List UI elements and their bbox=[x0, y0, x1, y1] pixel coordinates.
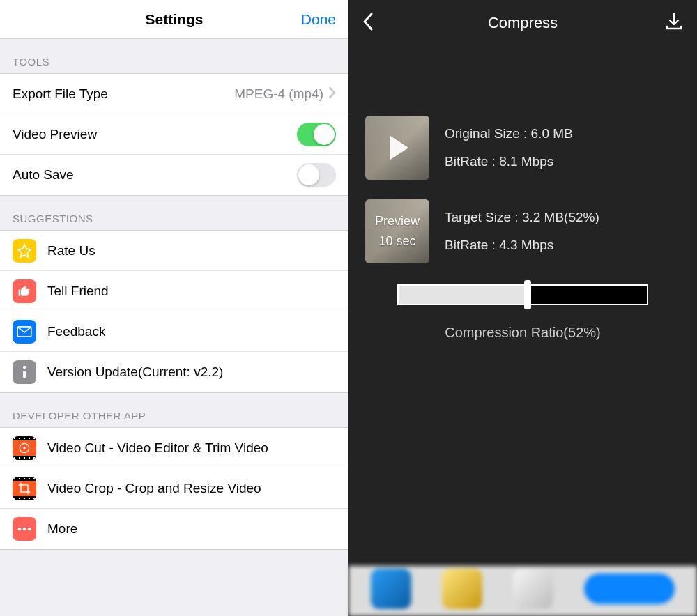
svg-point-7 bbox=[28, 528, 31, 531]
more-icon bbox=[13, 517, 36, 541]
original-bitrate-text: BitRate : 8.1 Mbps bbox=[445, 154, 573, 169]
video-cut-row[interactable]: Video Cut - Video Editor & Trim Video bbox=[0, 428, 348, 468]
video-preview-label: Video Preview bbox=[13, 127, 297, 142]
target-media-row: Preview 10 sec Target Size : 3.2 MB(52%)… bbox=[365, 199, 680, 263]
section-header-other-apps: DEVELOPER OTHER APP bbox=[0, 393, 348, 427]
preview-text-line1: Preview bbox=[375, 214, 420, 229]
ad-cta-button[interactable] bbox=[584, 573, 675, 604]
star-icon bbox=[13, 239, 36, 263]
settings-header: Settings Done bbox=[0, 0, 348, 39]
slider-knob[interactable] bbox=[524, 280, 531, 309]
video-cut-icon bbox=[13, 436, 36, 460]
ad-banner[interactable] bbox=[348, 566, 697, 616]
done-button[interactable]: Done bbox=[301, 11, 336, 28]
ad-tile bbox=[442, 569, 482, 609]
preview-thumbnail[interactable]: Preview 10 sec bbox=[365, 199, 429, 263]
tell-friend-label: Tell Friend bbox=[47, 284, 336, 299]
target-info: Target Size : 3.2 MB(52%) BitRate : 4.3 … bbox=[445, 210, 599, 253]
auto-save-row: Auto Save bbox=[0, 155, 348, 195]
video-crop-row[interactable]: Video Crop - Crop and Resize Video bbox=[0, 468, 348, 509]
compression-ratio-label: Compression Ratio(52%) bbox=[445, 325, 600, 341]
ad-tile bbox=[371, 569, 411, 609]
thumbs-up-icon bbox=[13, 279, 36, 303]
mail-icon bbox=[13, 320, 36, 344]
export-label: Export File Type bbox=[13, 86, 234, 102]
target-size-text: Target Size : 3.2 MB(52%) bbox=[445, 210, 599, 225]
suggestions-section: Rate Us Tell Friend Feedback Version Upd… bbox=[0, 230, 348, 393]
info-icon bbox=[13, 360, 36, 384]
video-cut-label: Video Cut - Video Editor & Trim Video bbox=[47, 440, 336, 456]
chevron-right-icon bbox=[329, 87, 336, 101]
more-row[interactable]: More bbox=[0, 509, 348, 549]
video-crop-icon bbox=[13, 477, 36, 500]
auto-save-label: Auto Save bbox=[13, 167, 297, 183]
compress-header: Compress bbox=[348, 0, 697, 46]
video-preview-row: Video Preview bbox=[0, 114, 348, 155]
auto-save-toggle[interactable] bbox=[297, 163, 336, 187]
compress-title: Compress bbox=[488, 14, 558, 32]
export-value: MPEG-4 (mp4) bbox=[234, 86, 323, 102]
original-thumbnail[interactable] bbox=[365, 116, 429, 180]
svg-point-6 bbox=[23, 528, 26, 531]
download-button[interactable] bbox=[665, 13, 683, 33]
svg-rect-2 bbox=[23, 371, 26, 378]
compression-slider-wrap: Compression Ratio(52%) bbox=[365, 284, 680, 341]
rate-us-label: Rate Us bbox=[47, 243, 336, 259]
version-label: Version Update(Current: v2.2) bbox=[47, 364, 336, 380]
compress-body: Original Size : 6.0 MB BitRate : 8.1 Mbp… bbox=[348, 46, 697, 341]
svg-point-5 bbox=[18, 528, 22, 531]
other-apps-section: Video Cut - Video Editor & Trim Video Vi… bbox=[0, 427, 348, 550]
back-button[interactable] bbox=[362, 13, 374, 33]
rate-us-row[interactable]: Rate Us bbox=[0, 231, 348, 271]
play-icon bbox=[390, 136, 408, 160]
target-bitrate-text: BitRate : 4.3 Mbps bbox=[445, 238, 599, 253]
settings-screen: Settings Done TOOLS Export File Type MPE… bbox=[0, 0, 348, 616]
video-crop-label: Video Crop - Crop and Resize Video bbox=[47, 481, 336, 496]
feedback-row[interactable]: Feedback bbox=[0, 311, 348, 352]
video-preview-toggle[interactable] bbox=[297, 123, 336, 146]
svg-point-1 bbox=[23, 366, 26, 369]
tell-friend-row[interactable]: Tell Friend bbox=[0, 271, 348, 311]
svg-point-4 bbox=[23, 447, 25, 449]
ad-tile bbox=[513, 569, 553, 609]
slider-fill bbox=[399, 286, 528, 304]
version-update-row[interactable]: Version Update(Current: v2.2) bbox=[0, 352, 348, 392]
export-file-type-row[interactable]: Export File Type MPEG-4 (mp4) bbox=[0, 74, 348, 114]
compress-screen: Compress Original Size : 6.0 MB BitRate … bbox=[348, 0, 697, 616]
feedback-label: Feedback bbox=[47, 324, 336, 339]
more-label: More bbox=[47, 521, 336, 537]
compression-slider[interactable] bbox=[397, 284, 648, 305]
section-header-tools: TOOLS bbox=[0, 39, 348, 73]
original-size-text: Original Size : 6.0 MB bbox=[445, 126, 573, 141]
page-title: Settings bbox=[146, 11, 204, 28]
original-info: Original Size : 6.0 MB BitRate : 8.1 Mbp… bbox=[445, 126, 573, 169]
tools-section: Export File Type MPEG-4 (mp4) Video Prev… bbox=[0, 73, 348, 196]
original-media-row: Original Size : 6.0 MB BitRate : 8.1 Mbp… bbox=[365, 116, 680, 180]
preview-text-line2: 10 sec bbox=[378, 234, 415, 249]
section-header-suggestions: SUGGESTIONS bbox=[0, 196, 348, 230]
